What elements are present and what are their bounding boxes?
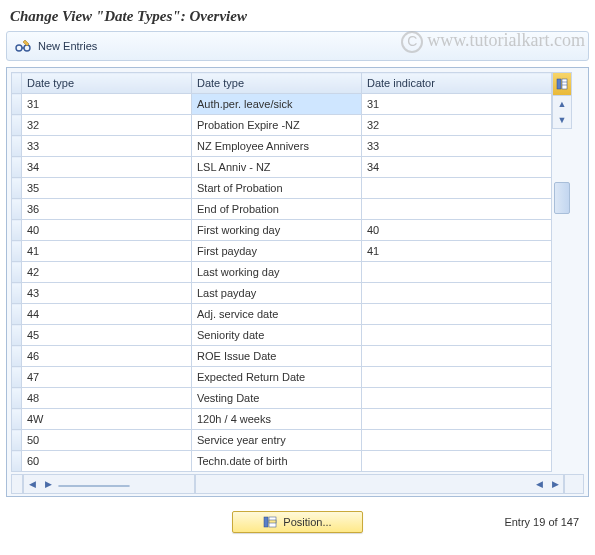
- cell-date-indicator[interactable]: [362, 346, 552, 367]
- cell-date-indicator[interactable]: [362, 430, 552, 451]
- table-row[interactable]: 41First payday41: [12, 241, 552, 262]
- col-date-type-name[interactable]: Date type: [192, 73, 362, 94]
- cell-date-type-name[interactable]: Service year entry: [192, 430, 362, 451]
- table-row[interactable]: 35Start of Probation: [12, 178, 552, 199]
- cell-date-indicator[interactable]: [362, 304, 552, 325]
- table-row[interactable]: 36End of Probation: [12, 199, 552, 220]
- row-selector[interactable]: [12, 283, 22, 304]
- cell-date-type-code[interactable]: 32: [22, 115, 192, 136]
- hscroll-thumb-1[interactable]: [58, 485, 130, 487]
- cell-date-indicator[interactable]: [362, 367, 552, 388]
- row-selector[interactable]: [12, 136, 22, 157]
- cell-date-type-code[interactable]: 50: [22, 430, 192, 451]
- cell-date-indicator[interactable]: [362, 199, 552, 220]
- row-selector[interactable]: [12, 241, 22, 262]
- cell-date-indicator[interactable]: [362, 409, 552, 430]
- table-row[interactable]: 32Probation Expire -NZ32: [12, 115, 552, 136]
- table-row[interactable]: 40First working day40: [12, 220, 552, 241]
- cell-date-indicator[interactable]: [362, 325, 552, 346]
- cell-date-type-name[interactable]: Last working day: [192, 262, 362, 283]
- cell-date-type-code[interactable]: 45: [22, 325, 192, 346]
- row-selector[interactable]: [12, 220, 22, 241]
- row-selector[interactable]: [12, 409, 22, 430]
- cell-date-type-code[interactable]: 43: [22, 283, 192, 304]
- cell-date-type-code[interactable]: 4W: [22, 409, 192, 430]
- row-selector[interactable]: [12, 262, 22, 283]
- table-row[interactable]: 33NZ Employee Annivers33: [12, 136, 552, 157]
- row-selector[interactable]: [12, 367, 22, 388]
- table-row[interactable]: 60Techn.date of birth: [12, 451, 552, 472]
- row-selector[interactable]: [12, 199, 22, 220]
- cell-date-type-code[interactable]: 47: [22, 367, 192, 388]
- row-selector[interactable]: [12, 115, 22, 136]
- row-selector[interactable]: [12, 451, 22, 472]
- row-selector[interactable]: [12, 346, 22, 367]
- table-row[interactable]: 43Last payday: [12, 283, 552, 304]
- configure-columns-button[interactable]: [552, 72, 572, 96]
- position-button[interactable]: Position...: [232, 511, 362, 533]
- cell-date-type-code[interactable]: 33: [22, 136, 192, 157]
- cell-date-type-code[interactable]: 34: [22, 157, 192, 178]
- table-row[interactable]: 31Auth.per. leave/sick31: [12, 94, 552, 115]
- cell-date-type-code[interactable]: 41: [22, 241, 192, 262]
- cell-date-indicator[interactable]: 31: [362, 94, 552, 115]
- row-selector[interactable]: [12, 325, 22, 346]
- cell-date-type-name[interactable]: Last payday: [192, 283, 362, 304]
- cell-date-type-code[interactable]: 36: [22, 199, 192, 220]
- cell-date-indicator[interactable]: 41: [362, 241, 552, 262]
- table-row[interactable]: 45Seniority date: [12, 325, 552, 346]
- horizontal-scrollbar[interactable]: ◀ ▶ ◀ ▶: [11, 474, 584, 492]
- scroll-right-icon[interactable]: ▶: [40, 479, 56, 489]
- cell-date-indicator[interactable]: [362, 262, 552, 283]
- cell-date-type-name[interactable]: ROE Issue Date: [192, 346, 362, 367]
- cell-date-type-code[interactable]: 44: [22, 304, 192, 325]
- table-row[interactable]: 44Adj. service date: [12, 304, 552, 325]
- cell-date-type-code[interactable]: 46: [22, 346, 192, 367]
- cell-date-type-name[interactable]: Adj. service date: [192, 304, 362, 325]
- row-selector[interactable]: [12, 94, 22, 115]
- cell-date-type-name[interactable]: First working day: [192, 220, 362, 241]
- col-date-type-code[interactable]: Date type: [22, 73, 192, 94]
- cell-date-type-name[interactable]: 120h / 4 weeks: [192, 409, 362, 430]
- table-row[interactable]: 50Service year entry: [12, 430, 552, 451]
- cell-date-type-name[interactable]: Start of Probation: [192, 178, 362, 199]
- cell-date-indicator[interactable]: 32: [362, 115, 552, 136]
- table-row[interactable]: 34LSL Anniv - NZ34: [12, 157, 552, 178]
- scroll-thumb[interactable]: [554, 182, 570, 214]
- scroll-left-icon-2[interactable]: ◀: [531, 479, 547, 489]
- cell-date-type-name[interactable]: Auth.per. leave/sick: [192, 94, 362, 115]
- cell-date-type-name[interactable]: Expected Return Date: [192, 367, 362, 388]
- date-types-table[interactable]: Date type Date type Date indicator 31Aut…: [11, 72, 552, 472]
- col-date-indicator[interactable]: Date indicator: [362, 73, 552, 94]
- scroll-left-icon[interactable]: ◀: [24, 479, 40, 489]
- cell-date-type-name[interactable]: LSL Anniv - NZ: [192, 157, 362, 178]
- cell-date-type-code[interactable]: 48: [22, 388, 192, 409]
- cell-date-type-name[interactable]: NZ Employee Annivers: [192, 136, 362, 157]
- scroll-right-icon-2[interactable]: ▶: [547, 479, 563, 489]
- vertical-scrollbar[interactable]: ▲ ▼: [552, 96, 572, 129]
- cell-date-type-code[interactable]: 60: [22, 451, 192, 472]
- cell-date-type-code[interactable]: 42: [22, 262, 192, 283]
- table-row[interactable]: 42Last working day: [12, 262, 552, 283]
- glasses-pencil-icon[interactable]: [14, 38, 32, 54]
- cell-date-type-name[interactable]: Vesting Date: [192, 388, 362, 409]
- cell-date-type-name[interactable]: First payday: [192, 241, 362, 262]
- cell-date-type-code[interactable]: 40: [22, 220, 192, 241]
- cell-date-type-name[interactable]: Techn.date of birth: [192, 451, 362, 472]
- row-selector[interactable]: [12, 178, 22, 199]
- cell-date-type-name[interactable]: Seniority date: [192, 325, 362, 346]
- table-row[interactable]: 47Expected Return Date: [12, 367, 552, 388]
- table-row[interactable]: 46ROE Issue Date: [12, 346, 552, 367]
- cell-date-indicator[interactable]: [362, 451, 552, 472]
- scroll-up-icon[interactable]: ▲: [553, 96, 571, 112]
- table-row[interactable]: 4W120h / 4 weeks: [12, 409, 552, 430]
- table-row[interactable]: 48Vesting Date: [12, 388, 552, 409]
- scroll-down-icon[interactable]: ▼: [553, 112, 571, 128]
- cell-date-type-code[interactable]: 31: [22, 94, 192, 115]
- row-selector[interactable]: [12, 388, 22, 409]
- cell-date-indicator[interactable]: 34: [362, 157, 552, 178]
- cell-date-indicator[interactable]: 40: [362, 220, 552, 241]
- row-selector[interactable]: [12, 430, 22, 451]
- new-entries-button[interactable]: New Entries: [38, 40, 97, 52]
- cell-date-indicator[interactable]: [362, 178, 552, 199]
